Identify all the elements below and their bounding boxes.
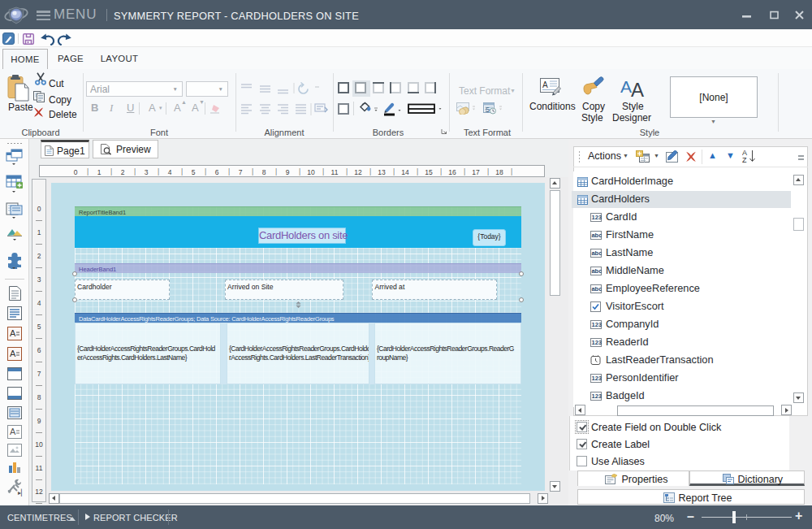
svg-text:A: A xyxy=(10,349,16,358)
svg-text:123: 123 xyxy=(592,375,602,382)
svg-text:5: 5 xyxy=(486,106,490,114)
svg-text:123: 123 xyxy=(592,339,602,346)
svg-text:A: A xyxy=(10,427,16,436)
svg-text:abc: abc xyxy=(591,267,602,275)
svg-text:A: A xyxy=(10,328,16,338)
svg-text:123: 123 xyxy=(592,321,602,328)
svg-text:abc: abc xyxy=(591,232,602,239)
svg-text:A: A xyxy=(542,80,548,89)
svg-text:123: 123 xyxy=(592,214,602,221)
svg-text:abc: abc xyxy=(591,285,602,293)
svg-text:abc: abc xyxy=(591,249,602,257)
svg-text:123: 123 xyxy=(592,392,602,400)
svg-text:A: A xyxy=(631,79,644,98)
svg-text:Z: Z xyxy=(742,156,747,164)
svg-text:A: A xyxy=(620,77,632,96)
